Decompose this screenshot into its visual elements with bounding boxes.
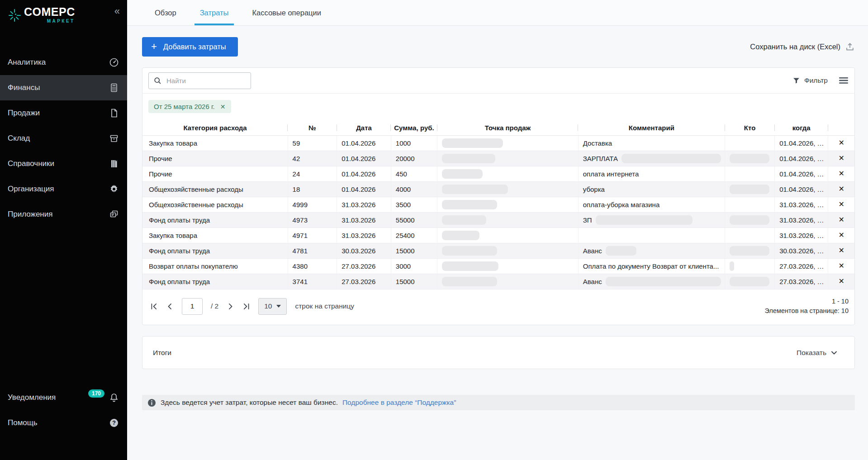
sidebar-item-apps[interactable]: Приложения [0, 202, 127, 227]
page-number-input[interactable] [182, 298, 203, 315]
sidebar-item-organization[interactable]: Организация [0, 176, 127, 202]
delete-row-button[interactable]: ✕ [835, 138, 847, 147]
menu-icon[interactable] [839, 76, 849, 85]
tab-expenses[interactable]: Затраты [194, 0, 234, 25]
logo-title: COMEPC [24, 5, 75, 18]
box-icon [108, 133, 120, 144]
prev-page-icon[interactable] [166, 303, 174, 310]
delete-row-button[interactable]: ✕ [835, 231, 847, 240]
cell-who [725, 228, 775, 243]
content: + Добавить затраты Сохранить на диск (Ex… [127, 26, 868, 410]
sidebar-bottom: Уведомления 170 Помощь ? [0, 385, 127, 460]
filter-button[interactable]: Фильтр [792, 76, 828, 85]
info-icon [147, 398, 156, 407]
cell-when: 30.03.2026, 1... [775, 243, 828, 258]
export-excel-button[interactable]: Сохранить на диск (Excel) [750, 42, 855, 52]
comment-text: Аванс [583, 278, 602, 285]
cell-category: Прочие [142, 166, 288, 181]
sidebar-item-warehouse[interactable]: Склад [0, 126, 127, 151]
tab-overview[interactable]: Обзор [149, 0, 182, 25]
sidebar-item-notifications[interactable]: Уведомления 170 [0, 385, 127, 410]
logo-subtitle: МАРКЕТ [24, 19, 75, 24]
sidebar-item-finances[interactable]: Финансы [0, 75, 127, 100]
question-icon: ? [108, 417, 120, 429]
cell-actions: ✕ [828, 228, 854, 243]
cell-comment: Оплата по документу Возврат от клиента..… [578, 258, 725, 274]
cell-date: 01.04.2026 [337, 135, 391, 151]
delete-row-button[interactable]: ✕ [835, 154, 847, 163]
sidebar-item-label: Аналитика [8, 58, 46, 67]
comment-text: ЗП [583, 216, 592, 224]
cell-actions: ✕ [828, 166, 854, 181]
cell-comment: ЗАРПЛАТА [578, 151, 725, 166]
sidebar-nav: Аналитика Финансы Про [0, 50, 127, 227]
cell-comment: уборка [578, 181, 725, 197]
cell-number: 4973 [288, 212, 337, 228]
redacted-value [442, 246, 497, 256]
rows-per-page-label: строк на страницу [295, 302, 354, 310]
cell-number: 3741 [288, 274, 337, 289]
add-expense-button[interactable]: + Добавить затраты [142, 37, 238, 57]
next-page-icon[interactable] [227, 303, 234, 310]
comment-text: ЗАРПЛАТА [583, 155, 618, 162]
table-row: Общехозяйственные расходы1801.04.2026400… [142, 181, 854, 197]
cell-comment: Аванс [578, 243, 725, 258]
redacted-value [596, 215, 693, 225]
redacted-value [730, 215, 769, 225]
comment-text: Оплата по документу Возврат от клиента..… [583, 262, 719, 270]
cell-who [725, 151, 775, 166]
cell-comment: оплата-уборка магазина [578, 197, 725, 212]
search-filter-row: Фильтр [142, 68, 854, 94]
delete-row-button[interactable]: ✕ [835, 185, 847, 194]
cell-who [725, 258, 775, 274]
support-link[interactable]: Подробнее в разделе “Поддержка” [342, 398, 456, 407]
sidebar-collapse-button[interactable]: « [114, 6, 120, 16]
sidebar-item-directories[interactable]: Справочники [0, 151, 127, 176]
cell-category: Фонд оплаты труда [142, 243, 288, 258]
comment-text: уборка [583, 185, 605, 193]
delete-row-button[interactable]: ✕ [835, 215, 847, 224]
cell-date: 27.03.2026 [337, 274, 391, 289]
date-filter-chip[interactable]: От 25 марта 2026 г. ✕ [148, 100, 231, 113]
delete-row-button[interactable]: ✕ [835, 169, 847, 178]
redacted-value [606, 246, 636, 256]
chip-close-icon[interactable]: ✕ [220, 103, 226, 110]
delete-row-button[interactable]: ✕ [835, 200, 847, 209]
cell-pos [437, 258, 579, 274]
first-page-icon[interactable] [150, 303, 158, 310]
cell-comment: ЗП [578, 212, 725, 228]
cell-amount: 1000 [391, 135, 437, 151]
cell-amount: 450 [391, 166, 437, 181]
totals-toggle-button[interactable]: Показать [797, 349, 837, 357]
cell-category: Фонд оплаты труда [142, 274, 288, 289]
sidebar-item-label: Продажи [8, 109, 40, 118]
cell-number: 4999 [288, 197, 337, 212]
cell-category: Фонд оплаты труда [142, 212, 288, 228]
calculator-icon [108, 82, 120, 94]
sidebar-item-help[interactable]: Помощь ? [0, 410, 127, 436]
cell-number: 4971 [288, 228, 337, 243]
redacted-value [442, 231, 479, 240]
sidebar-item-analytics[interactable]: Аналитика [0, 50, 127, 75]
cell-date: 31.03.2026 [337, 197, 391, 212]
comment-text: Аванс [583, 247, 602, 255]
cell-who [725, 212, 775, 228]
cell-amount: 15000 [391, 274, 437, 289]
table-row: Прочие2401.04.2026450оплата интернета01.… [142, 166, 854, 181]
cell-pos [437, 181, 579, 197]
sidebar-item-sales[interactable]: Продажи [0, 100, 127, 126]
tab-cash-operations[interactable]: Кассовые операции [247, 0, 327, 25]
delete-row-button[interactable]: ✕ [835, 246, 847, 255]
range-label: 1 - 10 [765, 297, 849, 306]
info-bar: Здесь ведется учет затрат, которые несет… [142, 395, 855, 410]
delete-row-button[interactable]: ✕ [835, 277, 847, 286]
table-row: Фонд оплаты труда497331.03.202655000ЗП31… [142, 212, 854, 228]
notifications-badge: 170 [88, 389, 104, 398]
redacted-value [730, 185, 769, 194]
page-size-select[interactable]: 10 [258, 298, 287, 315]
chevron-down-icon [831, 351, 837, 355]
delete-row-button[interactable]: ✕ [835, 261, 847, 270]
cell-category: Закупка товара [142, 228, 288, 243]
last-page-icon[interactable] [242, 303, 250, 310]
search-input[interactable] [166, 76, 246, 85]
